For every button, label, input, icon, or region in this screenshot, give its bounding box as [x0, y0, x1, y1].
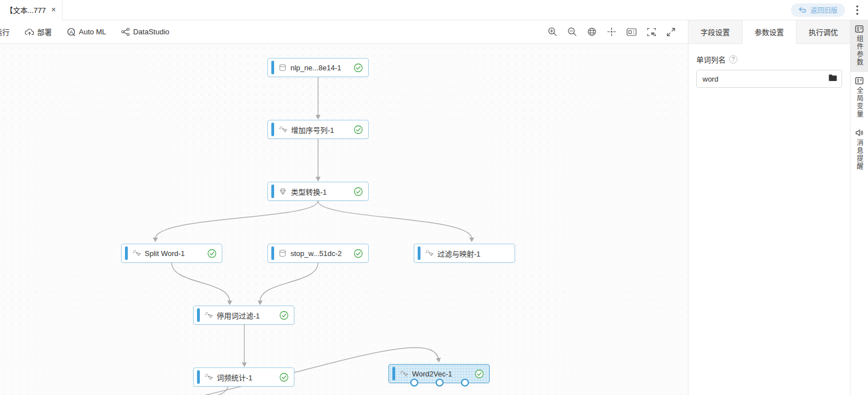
- script-component-icon: [425, 249, 433, 258]
- back-button-label: 返回旧版: [811, 5, 838, 15]
- panel-icon: [855, 25, 863, 33]
- workflow-canvas[interactable]: nlp_ne...8e14-1 增加序号列-1: [0, 44, 688, 395]
- panel-icon: [855, 77, 863, 84]
- zoom-in-icon: [548, 27, 557, 37]
- node-label: 过滤与映射-1: [437, 248, 514, 259]
- node-label: 类型转换-1: [291, 186, 350, 197]
- rail-label: 组件参数: [856, 35, 863, 66]
- node-filter-map[interactable]: 过滤与映射-1: [414, 244, 515, 263]
- experiment-tab-title: 【文本...777: [6, 5, 46, 15]
- node-accent-bar: [418, 246, 420, 260]
- success-status-icon: [354, 249, 363, 258]
- settings-tabs: 字段设置 参数设置 执行调优: [688, 20, 850, 44]
- success-status-icon: [475, 369, 484, 379]
- right-tool-rail: 组件参数 全局变量 消息提醒: [850, 20, 868, 395]
- output-port[interactable]: [436, 379, 444, 387]
- node-label: Split Word-1: [145, 249, 204, 258]
- settings-panel: 字段设置 参数设置 执行调优 单词列名 ?: [688, 20, 850, 395]
- help-icon[interactable]: ?: [729, 55, 737, 64]
- node-accent-bar: [271, 61, 274, 74]
- rail-item-component-params[interactable]: 组件参数: [851, 20, 868, 72]
- tab-param-settings[interactable]: 参数设置: [742, 20, 796, 44]
- close-icon[interactable]: ✕: [51, 6, 56, 14]
- svg-text:A: A: [70, 29, 73, 34]
- canvas-toolbar: 运行 部署 A Auto ML: [0, 20, 688, 44]
- globe-icon: [587, 27, 597, 37]
- success-status-icon: [354, 125, 363, 134]
- output-port[interactable]: [410, 379, 418, 387]
- fit-view-button[interactable]: [587, 27, 597, 37]
- folder-picker-icon[interactable]: [829, 74, 837, 82]
- word-column-input[interactable]: [696, 70, 842, 88]
- run-button[interactable]: 运行: [0, 26, 10, 37]
- success-status-icon: [279, 372, 289, 382]
- minimap-icon: [627, 28, 637, 36]
- node-label: 增加序号列-1: [291, 124, 350, 135]
- top-bar: 【文本...777 ✕ 返回旧版: [0, 0, 868, 20]
- node-accent-bar: [197, 370, 200, 384]
- node-label: 停用词过滤-1: [217, 310, 276, 321]
- share-nodes-icon: [121, 28, 130, 36]
- center-view-icon: [607, 27, 616, 37]
- word-column-label: 单词列名: [696, 54, 726, 65]
- rail-label: 全局变量: [856, 87, 863, 118]
- node-accent-bar: [392, 367, 395, 380]
- speaker-icon: [855, 129, 863, 137]
- automl-icon: A: [67, 28, 76, 37]
- return-arrow-icon: [798, 7, 807, 14]
- zoom-in-button[interactable]: [548, 27, 557, 37]
- success-status-icon: [279, 311, 289, 320]
- rail-label: 消息提醒: [856, 139, 863, 170]
- automl-button[interactable]: A Auto ML: [67, 28, 106, 37]
- node-word-frequency[interactable]: 词频统计-1: [193, 367, 294, 387]
- node-accent-bar: [271, 246, 274, 260]
- datastudio-button[interactable]: DataStudio: [121, 28, 169, 36]
- node-word2vec[interactable]: Word2Vec-1: [388, 364, 490, 383]
- rail-item-global-vars[interactable]: 全局变量: [851, 72, 868, 124]
- success-status-icon: [354, 187, 363, 196]
- node-accent-bar: [271, 185, 274, 198]
- node-label: nlp_ne...8e14-1: [290, 64, 350, 72]
- center-view-button[interactable]: [607, 27, 616, 37]
- tab-field-settings[interactable]: 字段设置: [688, 20, 742, 44]
- experiment-tab[interactable]: 【文本...777 ✕: [0, 0, 62, 20]
- run-label: 运行: [0, 26, 10, 37]
- node-nlp-dataset[interactable]: nlp_ne...8e14-1: [267, 58, 369, 77]
- tab-param-settings-label: 参数设置: [754, 26, 784, 37]
- fullscreen-button[interactable]: [666, 28, 675, 37]
- node-stopword-filter[interactable]: 停用词过滤-1: [193, 306, 294, 325]
- kebab-icon: [856, 5, 858, 15]
- cloud-deploy-icon: [25, 28, 34, 36]
- node-stopwords-dataset[interactable]: stop_w...51dc-2: [267, 244, 369, 263]
- tab-exec-tuning-label: 执行调优: [808, 26, 838, 37]
- node-split-word[interactable]: Split Word-1: [121, 244, 222, 263]
- output-port[interactable]: [461, 379, 469, 387]
- node-label: Word2Vec-1: [412, 370, 471, 378]
- script-component-icon: [132, 249, 141, 258]
- deploy-button[interactable]: 部署: [25, 26, 52, 37]
- more-menu-button[interactable]: [852, 4, 862, 16]
- workflow-edges: [0, 44, 688, 395]
- node-accent-bar: [271, 123, 274, 136]
- node-type-convert[interactable]: 类型转换-1: [267, 182, 369, 201]
- minimap-button[interactable]: [627, 28, 637, 36]
- fullscreen-icon: [666, 28, 675, 37]
- dataset-icon: [279, 64, 287, 71]
- frame-select-icon: [647, 28, 656, 37]
- node-label: 词频统计-1: [217, 372, 276, 383]
- frame-select-button[interactable]: [647, 28, 656, 37]
- automl-label: Auto ML: [79, 28, 106, 36]
- dataset-icon: [279, 249, 287, 257]
- zoom-out-button[interactable]: [567, 27, 577, 37]
- rail-item-message-alert[interactable]: 消息提醒: [851, 124, 868, 176]
- script-component-icon: [204, 373, 213, 381]
- node-accent-bar: [125, 246, 128, 260]
- back-to-old-version-button[interactable]: 返回旧版: [791, 3, 845, 17]
- tab-exec-tuning[interactable]: 执行调优: [796, 20, 850, 44]
- diamond-icon: [279, 188, 287, 195]
- tab-field-settings-label: 字段设置: [700, 26, 730, 37]
- node-accent-bar: [197, 308, 200, 322]
- node-label: stop_w...51dc-2: [290, 249, 350, 258]
- success-status-icon: [354, 63, 363, 73]
- node-add-serial-column[interactable]: 增加序号列-1: [267, 120, 369, 139]
